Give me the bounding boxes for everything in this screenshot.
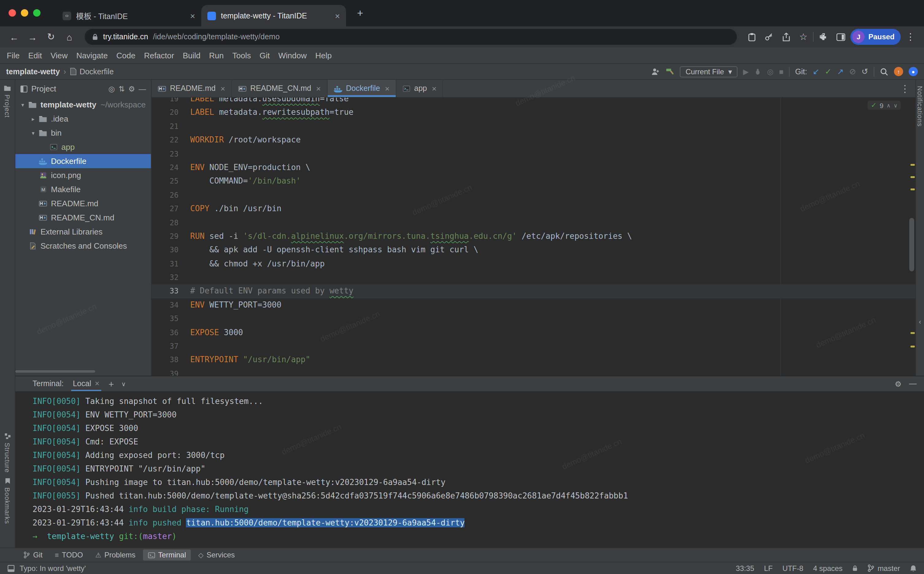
- menu-view[interactable]: View: [46, 50, 72, 60]
- tab-close-icon[interactable]: ×: [432, 84, 437, 93]
- inspections-widget[interactable]: ✓ 9 ∧ ∨: [868, 101, 901, 110]
- editor-tab-app[interactable]: app×: [396, 80, 443, 97]
- profile-button[interactable]: J Paused: [851, 29, 901, 45]
- readonly-lock-icon[interactable]: [853, 565, 858, 572]
- code-line-21[interactable]: 21: [152, 120, 915, 134]
- terminal-line-5[interactable]: INFO[0054] Adding exposed port: 3000/tcp: [33, 449, 924, 462]
- code-line-33[interactable]: 33# Default ENV params used by wetty: [152, 285, 915, 298]
- search-everywhere-icon[interactable]: [880, 67, 888, 76]
- toolwindow-terminal[interactable]: Terminal: [143, 549, 191, 560]
- tree-item-scratches-and-consoles[interactable]: Scratches and Consoles: [15, 239, 151, 253]
- code-line-32[interactable]: 32: [152, 271, 915, 285]
- code-line-23[interactable]: 23: [152, 147, 915, 161]
- tree-item-dockerfile[interactable]: Dockerfile: [15, 154, 151, 168]
- warning-stripe-mark[interactable]: [910, 332, 915, 334]
- assistant-icon[interactable]: ●: [909, 67, 918, 76]
- git-rollback-icon[interactable]: ↺: [861, 67, 868, 76]
- tab-close-icon[interactable]: ×: [221, 84, 225, 93]
- warning-stripe-mark[interactable]: [910, 176, 915, 178]
- code-line-37[interactable]: 37: [152, 339, 915, 353]
- editor-tab-dockerfile[interactable]: Dockerfile×: [328, 80, 396, 97]
- tree-chevron-icon[interactable]: ▸: [30, 116, 37, 122]
- stripe-bookmarks-button[interactable]: Bookmarks: [0, 478, 15, 524]
- code-line-24[interactable]: 24ENV NODE_ENV=production \: [152, 161, 915, 175]
- terminal-settings-gear-icon[interactable]: ⚙: [895, 379, 902, 388]
- toolwindow-services[interactable]: ◇Services: [193, 549, 240, 560]
- indent-setting[interactable]: 4 spaces: [813, 564, 843, 572]
- git-branch-widget[interactable]: master: [868, 564, 900, 572]
- browser-menu-kebab-icon[interactable]: ⋮: [903, 30, 918, 44]
- warning-stripe-mark[interactable]: [910, 164, 915, 166]
- terminal-line-9[interactable]: 2023-01-29T16:43:44 info build phase: Ru…: [33, 503, 924, 516]
- terminal-line-8[interactable]: INFO[0055] Pushed titan.hub:5000/demo/te…: [33, 489, 924, 503]
- code-line-27[interactable]: 27COPY ./bin /usr/bin: [152, 202, 915, 216]
- code-line-39[interactable]: 39: [152, 367, 915, 376]
- code-line-22[interactable]: 22WORKDIR /root/workspace: [152, 133, 915, 147]
- menu-refactor[interactable]: Refactor: [140, 50, 178, 60]
- tool-window-toggle-icon[interactable]: [7, 565, 15, 572]
- code-line-29[interactable]: 29RUN sed -i 's/dl-cdn.alpinelinux.org/m…: [152, 230, 915, 243]
- terminal-line-10[interactable]: 2023-01-29T16:43:44 info pushed titan.hu…: [33, 516, 924, 530]
- clipboard-icon[interactable]: [745, 30, 759, 44]
- tree-item-icon-png[interactable]: icon.png: [15, 168, 151, 182]
- code-line-31[interactable]: 31 && chmod +x /usr/bin/app: [152, 257, 915, 271]
- terminal-line-1[interactable]: INFO[0050] Taking snapshot of full files…: [33, 395, 924, 408]
- breadcrumb-project[interactable]: template-wetty: [6, 67, 60, 76]
- breadcrumb-file[interactable]: Dockerfile: [70, 67, 113, 76]
- editor-tab-readme-cn-md[interactable]: README_CN.md×: [232, 80, 328, 97]
- address-bar[interactable]: try.titanide.cn/ide/web/coding/template-…: [85, 29, 737, 45]
- toolwindow-git[interactable]: Git: [19, 549, 47, 560]
- stop-button[interactable]: ■: [779, 67, 784, 76]
- editor-pane[interactable]: 19LABEL metadata.usesubdomain=false20LAB…: [152, 98, 915, 376]
- share-icon[interactable]: [779, 30, 794, 44]
- zoom-window-button[interactable]: [33, 9, 41, 17]
- tree-chevron-icon[interactable]: ▾: [30, 130, 37, 136]
- line-ending[interactable]: LF: [764, 564, 773, 572]
- warning-stripe-mark[interactable]: [910, 345, 915, 347]
- code-line-19[interactable]: 19LABEL metadata.usesubdomain=false: [152, 98, 915, 106]
- terminal-line-4[interactable]: INFO[0054] Cmd: EXPOSE: [33, 435, 924, 449]
- tree-item-idea[interactable]: ▸.idea: [15, 112, 151, 126]
- code-line-34[interactable]: 34ENV WETTY_PORT=3000: [152, 298, 915, 312]
- project-panel-title[interactable]: Project: [31, 84, 56, 93]
- prev-inspection-icon[interactable]: ∧: [886, 102, 891, 108]
- key-icon[interactable]: [762, 30, 776, 44]
- stripe-notifications-button[interactable]: Notifications: [916, 86, 924, 127]
- editor-tab-readme-md[interactable]: README.md×: [152, 80, 232, 97]
- menu-window[interactable]: Window: [274, 50, 311, 60]
- tree-item-bin[interactable]: ▾bin: [15, 126, 151, 140]
- select-opened-file-icon[interactable]: ◎: [108, 84, 115, 93]
- code-line-38[interactable]: 38ENTRYPOINT "/usr/bin/app": [152, 353, 915, 367]
- extensions-puzzle-icon[interactable]: [816, 30, 831, 44]
- tree-item-readme-cn-md[interactable]: README_CN.md: [15, 211, 151, 225]
- menu-code[interactable]: Code: [112, 50, 140, 60]
- menu-file[interactable]: File: [2, 50, 24, 60]
- coverage-button[interactable]: ◎: [767, 67, 774, 76]
- hide-panel-icon[interactable]: —: [139, 84, 146, 93]
- browser-tab-active[interactable]: template-wetty - TitanIDE ×: [201, 5, 346, 27]
- toolwindow-problems[interactable]: ⚠Problems: [90, 549, 140, 560]
- status-message[interactable]: Typo: In word 'wetty': [20, 564, 86, 572]
- menu-navigate[interactable]: Navigate: [72, 50, 112, 60]
- git-push-icon[interactable]: ↗: [837, 67, 844, 76]
- caret-position[interactable]: 33:35: [735, 564, 754, 572]
- terminal-output[interactable]: INFO[0050] Taking snapshot of full files…: [15, 392, 924, 547]
- terminal-line-3[interactable]: INFO[0054] EXPOSE 3000: [33, 422, 924, 435]
- git-commit-icon[interactable]: ✓: [825, 67, 832, 76]
- browser-tab-inactive[interactable]: ‹› 模板 - TitanIDE ×: [57, 5, 201, 27]
- collapse-panel-icon[interactable]: ‹: [916, 318, 924, 325]
- menu-run[interactable]: Run: [205, 50, 228, 60]
- terminal-line-2[interactable]: INFO[0054] ENV WETTY_PORT=3000: [33, 408, 924, 422]
- tree-item-external-libraries[interactable]: External Libraries: [15, 225, 151, 239]
- close-window-button[interactable]: [9, 9, 16, 17]
- tree-item-template-wetty[interactable]: ▾template-wetty~/workspace: [15, 98, 151, 112]
- new-terminal-icon[interactable]: +: [108, 378, 114, 389]
- terminal-tab-local[interactable]: Local ×: [71, 376, 101, 391]
- bookmark-star-icon[interactable]: ☆: [796, 30, 811, 44]
- menu-build[interactable]: Build: [179, 50, 205, 60]
- git-disabled-icon[interactable]: ⊘: [849, 67, 856, 76]
- code-line-20[interactable]: 20LABEL metadata.rewritesubpath=true: [152, 106, 915, 120]
- panel-settings-gear-icon[interactable]: ⚙: [128, 84, 135, 93]
- tab-close-icon[interactable]: ×: [316, 84, 321, 93]
- back-button[interactable]: ←: [6, 29, 22, 45]
